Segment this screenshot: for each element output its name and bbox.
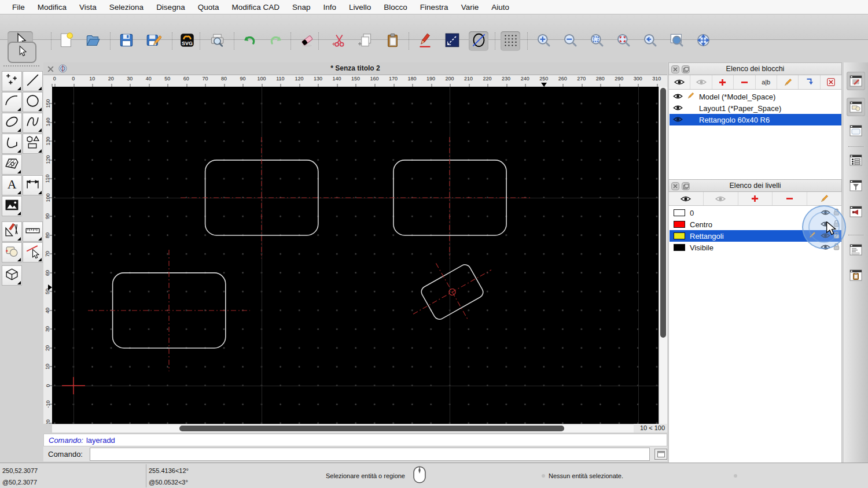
layer-add-button[interactable] xyxy=(738,192,773,205)
block-edit-button[interactable] xyxy=(777,75,799,89)
menu-item[interactable]: Snap xyxy=(286,3,317,12)
zoom-pan-button[interactable] xyxy=(693,31,713,51)
layer-remove-button[interactable] xyxy=(773,192,807,205)
zoom-in-button[interactable] xyxy=(534,31,553,51)
block-hide-all-button[interactable] xyxy=(690,75,712,89)
tool-polygon-button[interactable] xyxy=(23,134,43,154)
h-ruler-label: 40 xyxy=(139,76,159,82)
tool-blocks-button[interactable] xyxy=(2,242,22,263)
menu-item[interactable]: Quota xyxy=(192,3,226,12)
dock-filter-button[interactable] xyxy=(847,176,865,195)
palette-handle[interactable] xyxy=(3,65,39,69)
tool-circle-button[interactable] xyxy=(23,92,43,112)
tool-hatch-button[interactable] xyxy=(2,154,22,175)
blocks-panel-close-icon[interactable] xyxy=(671,65,679,73)
menu-item[interactable]: Blocco xyxy=(377,3,414,12)
menu-item[interactable]: Finestra xyxy=(414,3,455,12)
command-detach-button[interactable] xyxy=(654,449,667,460)
menu-item[interactable]: Modifica xyxy=(31,3,73,12)
svg-export-button[interactable]: SVG xyxy=(177,31,197,51)
copy-button[interactable] xyxy=(355,31,375,51)
tool-ellipse-button[interactable] xyxy=(2,113,22,133)
visibility-eye-icon[interactable] xyxy=(673,93,683,101)
vertical-scrollbar-thumb[interactable] xyxy=(660,88,666,338)
redo-button[interactable] xyxy=(266,31,286,51)
palette-select-button[interactable] xyxy=(8,42,36,63)
tool-select-entities-button[interactable] xyxy=(23,242,43,263)
visibility-eye-icon[interactable] xyxy=(673,116,683,124)
zoom-auto-button[interactable] xyxy=(587,31,606,51)
tool-arc-button[interactable] xyxy=(2,92,22,112)
block-row-rettangolo[interactable]: Rettangolo 60x40 R6 xyxy=(670,114,841,125)
delete-button[interactable] xyxy=(297,31,317,51)
tool-polyline-button[interactable] xyxy=(2,134,22,154)
zoom-previous-button[interactable] xyxy=(640,31,660,51)
menu-item[interactable]: Seleziona xyxy=(103,3,150,12)
line-attributes-button[interactable] xyxy=(442,31,462,51)
pen-edit-button[interactable] xyxy=(415,31,435,51)
menu-item[interactable]: Varie xyxy=(455,3,486,12)
save-button[interactable] xyxy=(116,31,136,51)
vertical-ruler: 1501401301201101009080706050403020100-10… xyxy=(43,87,52,424)
menu-item[interactable]: Disegna xyxy=(150,3,192,12)
save-as-button[interactable] xyxy=(144,31,163,51)
block-add-button[interactable] xyxy=(712,75,734,89)
menu-item[interactable]: Vista xyxy=(73,3,103,12)
tool-spline-button[interactable] xyxy=(23,113,43,133)
block-remove-button[interactable] xyxy=(734,75,755,89)
tool-dimension-button[interactable] xyxy=(23,175,43,195)
dock-entity-list-button[interactable] xyxy=(847,151,865,169)
menu-item[interactable]: Info xyxy=(317,3,343,12)
grid-toggle-button[interactable] xyxy=(501,31,520,51)
horizontal-scrollbar[interactable] xyxy=(52,424,634,432)
tool-text-button[interactable]: A xyxy=(2,175,22,195)
print-preview-button[interactable] xyxy=(207,31,227,51)
menu-item[interactable]: Aiuto xyxy=(485,3,516,12)
menu-item[interactable]: Livello xyxy=(343,3,377,12)
block-insert-button[interactable] xyxy=(799,75,820,89)
tool-3d-views-button[interactable] xyxy=(2,265,22,286)
dock-command-widget-button[interactable] xyxy=(847,241,865,259)
tool-image-button[interactable] xyxy=(2,196,22,216)
vertical-scrollbar[interactable] xyxy=(659,87,667,424)
block-rename-button[interactable]: a|b xyxy=(756,75,777,89)
zoom-selection-button[interactable] xyxy=(613,31,633,51)
cut-button[interactable] xyxy=(329,31,348,51)
block-row-layout1[interactable]: Layout1 (*Paper_Space) xyxy=(670,102,841,114)
h-ruler-label: 300 xyxy=(628,76,648,82)
horizontal-scrollbar-thumb[interactable] xyxy=(179,426,564,431)
dock-notifications-button[interactable] xyxy=(847,202,865,221)
blocks-panel-float-icon[interactable] xyxy=(682,65,690,73)
block-row-model[interactable]: Model (*Model_Space) xyxy=(670,91,841,102)
new-file-button[interactable] xyxy=(56,31,76,51)
tool-measure-button[interactable] xyxy=(23,221,43,242)
drawing-canvas[interactable] xyxy=(52,87,659,424)
menu-item[interactable]: File xyxy=(6,3,31,12)
dock-block-list-button[interactable] xyxy=(847,98,865,116)
visibility-eye-icon[interactable] xyxy=(673,104,683,113)
h-ruler-label: 150 xyxy=(346,76,365,82)
block-show-all-button[interactable] xyxy=(669,75,690,89)
circle-toggle-button[interactable] xyxy=(469,31,488,51)
click-highlight-circle xyxy=(802,205,846,249)
tool-modify-button[interactable] xyxy=(2,221,22,242)
dock-clipboard-button[interactable] xyxy=(847,266,865,284)
dock-library-browser-button[interactable] xyxy=(847,72,865,90)
paste-button[interactable] xyxy=(382,31,402,51)
tool-points-button[interactable] xyxy=(2,71,22,91)
dock-layer-list-button[interactable] xyxy=(847,121,865,140)
zoom-window-button[interactable] xyxy=(667,31,686,51)
tool-line-button[interactable] xyxy=(23,71,43,91)
submenu-corner xyxy=(17,87,21,90)
open-file-button[interactable] xyxy=(83,31,102,51)
layers-panel-close-icon[interactable] xyxy=(671,182,679,190)
layer-show-all-button[interactable] xyxy=(669,192,704,205)
layer-hide-all-button[interactable] xyxy=(704,192,738,205)
command-input[interactable] xyxy=(90,448,650,461)
layers-panel-float-icon[interactable] xyxy=(682,182,690,190)
undo-button[interactable] xyxy=(239,31,259,51)
layer-edit-button[interactable] xyxy=(807,192,841,205)
zoom-out-button[interactable] xyxy=(560,31,580,51)
menu-item[interactable]: Modifica CAD xyxy=(225,3,286,12)
block-delete-button[interactable] xyxy=(821,75,841,89)
